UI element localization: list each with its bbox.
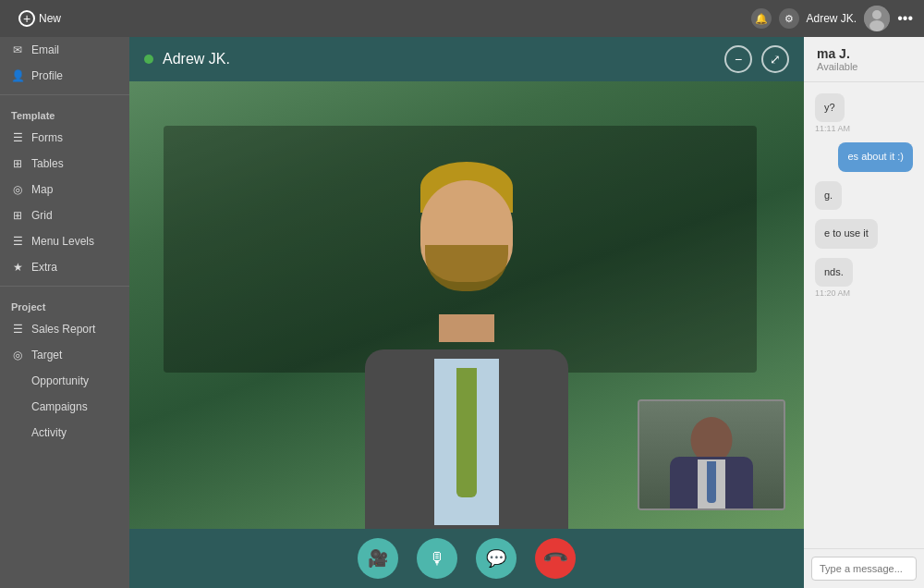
chat-contact-status: Available [817, 61, 911, 72]
sidebar-label-forms: Forms [31, 131, 63, 144]
plus-icon: + [18, 10, 35, 27]
sidebar-item-activity[interactable]: Activity [0, 420, 129, 446]
content-area: Adrew JK. − ⤢ [129, 37, 924, 588]
svg-point-1 [872, 10, 881, 19]
chat-message-5: nds. 11:20 AM [815, 258, 913, 298]
map-icon: ◎ [11, 183, 24, 196]
chat-input[interactable] [811, 557, 917, 581]
chat-panel: ma J. Available y? 11:11 AM es about it … [804, 37, 924, 588]
end-call-icon: 📞 [541, 544, 569, 572]
target-icon: ◎ [11, 349, 24, 361]
top-bar-icons: 🔔 ⚙ Adrew JK. ••• [751, 6, 914, 31]
chat-message-2: es about it :) [815, 142, 913, 171]
expand-icon: ⤢ [770, 52, 781, 67]
sidebar-item-grid[interactable]: ⊞ Grid [0, 202, 129, 228]
sidebar-item-campaigns[interactable]: Campaigns [0, 394, 129, 420]
minimize-icon: − [735, 52, 742, 67]
camera-button[interactable]: 🎥 [358, 538, 398, 579]
video-main [129, 81, 804, 529]
video-controls: 🎥 🎙 💬 📞 [129, 529, 804, 588]
user-avatar[interactable] [864, 6, 890, 31]
mic-icon: 🎙 [429, 549, 445, 569]
opportunity-icon [11, 374, 24, 387]
sidebar-label-email: Email [31, 43, 59, 56]
forms-icon: ☰ [11, 131, 24, 144]
chat-bubble-text: g. [815, 181, 842, 210]
sidebar-item-menu-levels[interactable]: ☰ Menu Levels [0, 228, 129, 254]
sidebar-divider-2 [0, 286, 129, 287]
video-caller-name: Adrew JK. [163, 51, 715, 67]
campaigns-icon [11, 400, 24, 413]
sidebar-item-map[interactable]: ◎ Map [0, 177, 129, 202]
end-call-button[interactable]: 📞 [535, 538, 576, 579]
chat-bubble-text: nds. [815, 258, 853, 287]
sidebar-label-target: Target [31, 349, 62, 361]
chat-time-1: 11:11 AM [815, 124, 850, 133]
username-label: Adrew JK. [807, 12, 857, 25]
sidebar-label-map: Map [31, 183, 53, 196]
video-header: Adrew JK. − ⤢ [129, 37, 804, 81]
sidebar-divider-1 [0, 94, 129, 95]
sidebar-label-tables: Tables [31, 157, 64, 170]
chat-bubble-text: es about it :) [838, 142, 913, 171]
sidebar-item-target[interactable]: ◎ Target [0, 342, 129, 368]
sidebar: ✉ Email 👤 Profile Template ☰ Forms ⊞ Tab… [0, 37, 129, 588]
more-icon[interactable]: ••• [897, 10, 913, 27]
sidebar-item-extra[interactable]: ★ Extra [0, 254, 129, 280]
sidebar-item-profile[interactable]: 👤 Profile [0, 63, 129, 89]
chat-input-area [804, 548, 924, 588]
chat-message-3: g. [815, 181, 913, 210]
grid-icon: ⊞ [11, 209, 24, 222]
email-icon: ✉ [11, 43, 24, 56]
sidebar-label-activity: Activity [31, 426, 67, 439]
extra-icon: ★ [11, 261, 24, 274]
chat-message-1: y? 11:11 AM [815, 93, 913, 133]
sidebar-item-forms[interactable]: ☰ Forms [0, 125, 129, 151]
sidebar-item-tables[interactable]: ⊞ Tables [0, 151, 129, 177]
chat-button[interactable]: 💬 [476, 538, 517, 579]
project-section-header: Project [0, 292, 129, 316]
chat-message-4: e to use it [815, 219, 913, 248]
tables-icon: ⊞ [11, 157, 24, 170]
sidebar-label-menu-levels: Menu Levels [31, 235, 94, 248]
svg-point-2 [869, 20, 884, 31]
chat-messages: y? 11:11 AM es about it :) g. e to use i… [804, 82, 924, 548]
new-label: New [39, 12, 61, 25]
sidebar-label-profile: Profile [31, 69, 63, 82]
chat-header: ma J. Available [804, 37, 924, 82]
top-bar: + New 🔔 ⚙ Adrew JK. ••• [0, 0, 924, 37]
sidebar-item-email[interactable]: ✉ Email [0, 37, 129, 63]
video-pip [638, 399, 785, 510]
mic-button[interactable]: 🎙 [417, 538, 457, 579]
menu-levels-icon: ☰ [11, 235, 24, 248]
template-section-header: Template [0, 101, 129, 125]
sidebar-label-campaigns: Campaigns [31, 400, 88, 413]
sales-report-icon: ☰ [11, 323, 24, 336]
activity-icon [11, 426, 24, 439]
expand-button[interactable]: ⤢ [761, 45, 789, 73]
video-panel: Adrew JK. − ⤢ [129, 37, 804, 588]
camera-icon: 🎥 [368, 548, 388, 569]
main-layout: ✉ Email 👤 Profile Template ☰ Forms ⊞ Tab… [0, 37, 924, 588]
pip-video-content [639, 401, 784, 508]
sidebar-label-extra: Extra [31, 261, 57, 274]
minimize-button[interactable]: − [724, 45, 752, 73]
online-status-dot [144, 55, 153, 64]
chat-bubble-text: y? [815, 93, 845, 122]
profile-icon: 👤 [11, 69, 24, 82]
sidebar-label-grid: Grid [31, 209, 53, 222]
chat-time-5: 11:20 AM [815, 288, 850, 298]
chat-contact-name: ma J. [817, 46, 911, 61]
new-button[interactable]: + New [11, 6, 68, 31]
sidebar-label-sales-report: Sales Report [31, 323, 95, 336]
sidebar-item-sales-report[interactable]: ☰ Sales Report [0, 316, 129, 342]
settings-icon[interactable]: ⚙ [779, 8, 799, 29]
chat-bubble-text: e to use it [815, 219, 878, 248]
sidebar-item-opportunity[interactable]: Opportunity [0, 368, 129, 394]
sidebar-label-opportunity: Opportunity [31, 374, 89, 387]
bell-icon[interactable]: 🔔 [751, 8, 772, 29]
chat-icon: 💬 [486, 548, 506, 569]
